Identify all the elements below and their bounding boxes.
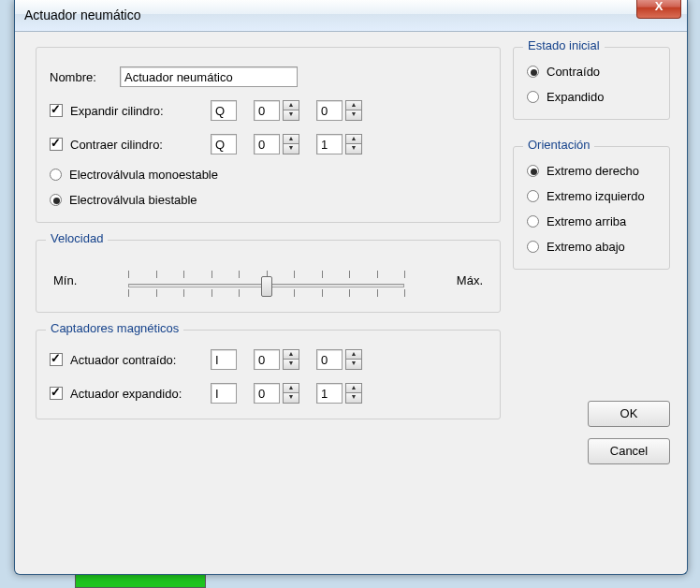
- window-title: Actuador neumático: [24, 7, 141, 22]
- slider-tick-top: [128, 271, 129, 278]
- name-input[interactable]: [120, 66, 298, 87]
- slider-tick-bottom: [183, 289, 184, 297]
- cap-expandido-v2-down[interactable]: ▼: [345, 393, 362, 404]
- velocity-slider[interactable]: [128, 263, 404, 297]
- slider-tick-bottom: [377, 289, 378, 297]
- contract-v2-up[interactable]: ▲: [345, 134, 362, 144]
- expand-v2-up[interactable]: ▲: [345, 100, 362, 110]
- slider-tick-bottom: [239, 289, 240, 297]
- slider-tick-bottom: [322, 289, 323, 297]
- orient-derecho-radio[interactable]: [527, 165, 539, 177]
- titlebar[interactable]: Actuador neumático X: [15, 0, 687, 32]
- cap-expandido-letter-input[interactable]: [211, 383, 237, 404]
- captadores-legend: Captadores magnéticos: [46, 321, 183, 335]
- expand-checkbox[interactable]: [50, 104, 63, 117]
- slider-tick-top: [349, 271, 350, 278]
- cap-contraido-v1-down[interactable]: ▼: [283, 360, 299, 370]
- slider-tick-top: [294, 271, 295, 278]
- orient-derecho-label: Extremo derecho: [547, 164, 639, 178]
- slider-tick-top: [322, 271, 323, 278]
- slider-tick-bottom: [156, 289, 157, 297]
- orientacion-legend: Orientación: [523, 138, 594, 152]
- contract-v2-input[interactable]: [316, 134, 343, 154]
- close-icon: X: [655, 0, 664, 13]
- slider-tick-bottom: [128, 289, 129, 297]
- cap-expandido-checkbox[interactable]: [50, 387, 63, 400]
- orient-arriba-radio[interactable]: [527, 215, 539, 228]
- velocity-min-label: Mín.: [53, 273, 89, 287]
- orient-abajo-radio[interactable]: [527, 241, 539, 253]
- estado-expandido-label: Expandido: [547, 90, 604, 104]
- ok-button[interactable]: OK: [588, 401, 670, 427]
- name-label: Nombre:: [50, 70, 120, 84]
- slider-tick-top: [156, 271, 157, 278]
- estado-expandido-radio[interactable]: [527, 91, 539, 103]
- slider-tick-bottom: [404, 289, 405, 297]
- estado-group: Estado inicial Contraído Expandido: [513, 47, 670, 120]
- background-hint: [75, 573, 206, 588]
- estado-legend: Estado inicial: [523, 38, 605, 52]
- contract-v1-down[interactable]: ▼: [283, 144, 299, 154]
- contract-v1-up[interactable]: ▲: [283, 134, 299, 144]
- contract-label: Contraer cilindro:: [70, 138, 211, 152]
- contract-checkbox[interactable]: [50, 138, 63, 151]
- estado-contraido-radio[interactable]: [527, 66, 539, 78]
- cap-contraido-checkbox[interactable]: [50, 353, 63, 366]
- expand-v2-down[interactable]: ▼: [345, 110, 362, 121]
- contract-letter-input[interactable]: [211, 134, 237, 154]
- cap-contraido-label: Actuador contraído:: [70, 353, 211, 367]
- expand-v1-down[interactable]: ▼: [283, 110, 299, 121]
- cap-expandido-v2-input[interactable]: [316, 383, 343, 404]
- expand-v1-up[interactable]: ▲: [283, 100, 299, 110]
- properties-group: Nombre: Expandir cilindro: ▲ ▼: [36, 47, 501, 223]
- expand-label: Expandir cilindro:: [70, 104, 211, 118]
- orient-izquierdo-label: Extremo izquierdo: [547, 189, 645, 203]
- cap-contraido-v1-up[interactable]: ▲: [283, 349, 299, 360]
- cap-expandido-label: Actuador expandido:: [70, 387, 211, 401]
- captadores-group: Captadores magnéticos Actuador contraído…: [36, 330, 501, 419]
- slider-tick-top: [377, 271, 378, 278]
- cap-contraido-v1-input[interactable]: [254, 349, 280, 370]
- close-button[interactable]: X: [636, 0, 681, 19]
- expand-v1-input[interactable]: [254, 100, 280, 121]
- velocity-group: Velocidad Mín. Máx.: [36, 240, 501, 313]
- slider-thumb[interactable]: [261, 276, 272, 297]
- orient-arriba-label: Extremo arriba: [547, 214, 626, 228]
- cap-contraido-v2-down[interactable]: ▼: [345, 360, 362, 370]
- cap-expandido-v2-up[interactable]: ▲: [345, 383, 362, 393]
- cap-expandido-v1-up[interactable]: ▲: [283, 383, 299, 393]
- orientacion-group: Orientación Extremo derecho Extremo izqu…: [513, 146, 670, 270]
- expand-letter-input[interactable]: [211, 100, 237, 121]
- slider-tick-top: [404, 271, 405, 278]
- velocity-legend: Velocidad: [46, 231, 108, 245]
- cap-expandido-v1-down[interactable]: ▼: [283, 393, 299, 404]
- slider-tick-bottom: [211, 289, 212, 297]
- dialog-window: Actuador neumático X Nombre: Expandir ci…: [14, 0, 688, 575]
- cap-contraido-v2-up[interactable]: ▲: [345, 349, 362, 360]
- valve-mono-radio[interactable]: [50, 169, 62, 181]
- velocity-max-label: Máx.: [444, 273, 483, 287]
- estado-contraido-label: Contraído: [547, 65, 600, 79]
- slider-tick-top: [211, 271, 212, 278]
- contract-v1-input[interactable]: [254, 134, 280, 154]
- cap-expandido-v1-input[interactable]: [254, 383, 280, 404]
- valve-bi-label: Electroválvula biestable: [69, 193, 197, 207]
- cancel-button[interactable]: Cancel: [588, 438, 670, 464]
- orient-izquierdo-radio[interactable]: [527, 190, 539, 202]
- valve-mono-label: Electroválvula monoestable: [69, 168, 218, 182]
- expand-v2-input[interactable]: [316, 100, 343, 121]
- slider-tick-top: [183, 271, 184, 278]
- slider-tick-bottom: [349, 289, 350, 297]
- valve-bi-radio[interactable]: [50, 194, 62, 206]
- orient-abajo-label: Extremo abajo: [547, 240, 625, 254]
- cap-contraido-v2-input[interactable]: [316, 349, 343, 370]
- slider-tick-top: [239, 271, 240, 278]
- slider-tick-bottom: [294, 289, 295, 297]
- cap-contraido-letter-input[interactable]: [211, 349, 237, 370]
- contract-v2-down[interactable]: ▼: [345, 144, 362, 154]
